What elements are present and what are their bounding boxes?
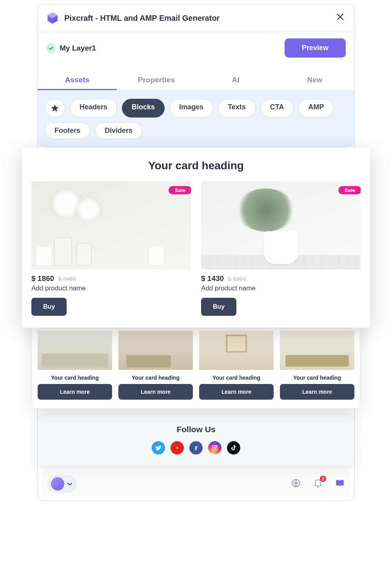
globe-button[interactable] xyxy=(291,478,301,490)
avatar xyxy=(51,477,64,491)
product-image: Sale xyxy=(31,181,191,270)
follow-title: Follow Us xyxy=(38,425,354,434)
close-button[interactable] xyxy=(335,11,346,25)
app-window: Pixcraft - HTML and AMP Email Generator … xyxy=(37,4,355,501)
old-price: $ 2460 xyxy=(58,275,76,282)
svg-point-4 xyxy=(216,446,217,447)
old-price: $ 1950 xyxy=(228,275,246,282)
facebook-icon[interactable] xyxy=(189,441,203,455)
thumb-image xyxy=(38,331,112,370)
filter-blocks[interactable]: Blocks xyxy=(122,99,165,118)
svg-point-3 xyxy=(214,447,216,449)
app-logo-icon xyxy=(46,12,59,24)
filter-images[interactable]: Images xyxy=(169,99,213,118)
filter-footers[interactable]: Footers xyxy=(45,122,90,139)
tab-properties[interactable]: Properties xyxy=(117,70,196,90)
tiktok-icon[interactable] xyxy=(227,441,240,455)
price: $ 1860 xyxy=(31,274,54,283)
filter-texts[interactable]: Texts xyxy=(218,99,256,118)
product-image: Sale xyxy=(201,181,361,270)
star-icon xyxy=(51,104,59,112)
filter-favorites[interactable] xyxy=(45,99,65,118)
tabs: Assets Properties AI New xyxy=(38,70,354,90)
thumb-row: Your card heading Learn more Your card h… xyxy=(38,331,354,400)
buy-button[interactable]: Buy xyxy=(201,298,236,316)
learn-more-button[interactable]: Learn more xyxy=(199,384,274,400)
user-menu[interactable] xyxy=(47,475,77,493)
product-card-block[interactable]: Your card heading Sale $ 1860 $ 2460 Add… xyxy=(22,148,370,328)
filter-amp[interactable]: AMP xyxy=(298,99,334,118)
filter-cta[interactable]: CTA xyxy=(260,99,294,118)
price: $ 1430 xyxy=(201,274,224,283)
app-title: Pixcraft - HTML and AMP Email Generator xyxy=(64,14,220,23)
notification-count: 2 xyxy=(320,476,326,482)
filter-dividers[interactable]: Dividers xyxy=(95,122,142,139)
docs-button[interactable] xyxy=(335,478,345,490)
titlebar: Pixcraft - HTML and AMP Email Generator xyxy=(38,4,354,32)
bottom-bar-right: 2 xyxy=(291,478,345,490)
filter-bar: Headers Blocks Images Texts CTA AMP Foot… xyxy=(38,90,354,148)
product-card: Sale $ 1860 $ 2460 Add product name Buy xyxy=(31,181,191,316)
product-name: Add product name xyxy=(31,284,191,292)
learn-more-button[interactable]: Learn more xyxy=(38,384,112,400)
thumb-heading: Your card heading xyxy=(38,375,112,381)
book-icon xyxy=(335,478,345,488)
follow-us-block[interactable]: Follow Us xyxy=(38,414,354,465)
price-row: $ 1860 $ 2460 xyxy=(31,274,191,283)
layer-status-badge xyxy=(46,43,56,53)
social-row xyxy=(38,441,354,455)
price-row: $ 1430 $ 1950 xyxy=(201,274,361,283)
tab-ai[interactable]: AI xyxy=(196,70,275,90)
notifications-button[interactable]: 2 xyxy=(313,478,323,490)
sale-badge: Sale xyxy=(338,186,361,194)
layer-name: My Layer1 xyxy=(60,44,96,53)
bottom-bar: 2 xyxy=(42,471,350,497)
product-name: Add product name xyxy=(201,284,361,292)
layer-row: My Layer1 Preview xyxy=(38,32,354,58)
multi-card-block[interactable]: Your card heading Learn more Your card h… xyxy=(32,325,360,408)
thumb-card: Your card heading Learn more xyxy=(280,331,354,400)
product-row: Sale $ 1860 $ 2460 Add product name Buy … xyxy=(31,181,361,316)
thumb-card: Your card heading Learn more xyxy=(199,331,274,400)
thumb-card: Your card heading Learn more xyxy=(38,331,112,400)
youtube-icon[interactable] xyxy=(171,441,184,455)
instagram-icon[interactable] xyxy=(208,441,221,455)
sale-badge: Sale xyxy=(169,186,191,194)
tab-new[interactable]: New xyxy=(275,70,354,90)
thumb-image xyxy=(118,331,193,370)
thumb-heading: Your card heading xyxy=(280,375,354,381)
card-heading: Your card heading xyxy=(31,159,361,172)
buy-button[interactable]: Buy xyxy=(31,298,67,316)
thumb-card: Your card heading Learn more xyxy=(118,331,193,400)
thumb-image xyxy=(280,331,354,370)
layer-left: My Layer1 xyxy=(46,43,96,53)
learn-more-button[interactable]: Learn more xyxy=(280,384,354,400)
product-card: Sale $ 1430 $ 1950 Add product name Buy xyxy=(201,181,361,316)
preview-button[interactable]: Preview xyxy=(285,38,346,58)
thumb-heading: Your card heading xyxy=(199,375,274,381)
filter-headers[interactable]: Headers xyxy=(70,99,117,118)
thumb-image xyxy=(199,331,274,370)
titlebar-left: Pixcraft - HTML and AMP Email Generator xyxy=(46,12,220,24)
globe-icon xyxy=(291,478,301,488)
chevron-down-icon xyxy=(67,481,73,487)
learn-more-button[interactable]: Learn more xyxy=(118,384,193,400)
tab-assets[interactable]: Assets xyxy=(38,70,117,90)
thumb-heading: Your card heading xyxy=(118,375,193,381)
check-icon xyxy=(49,46,53,51)
close-icon xyxy=(336,13,344,21)
twitter-icon[interactable] xyxy=(152,441,165,455)
